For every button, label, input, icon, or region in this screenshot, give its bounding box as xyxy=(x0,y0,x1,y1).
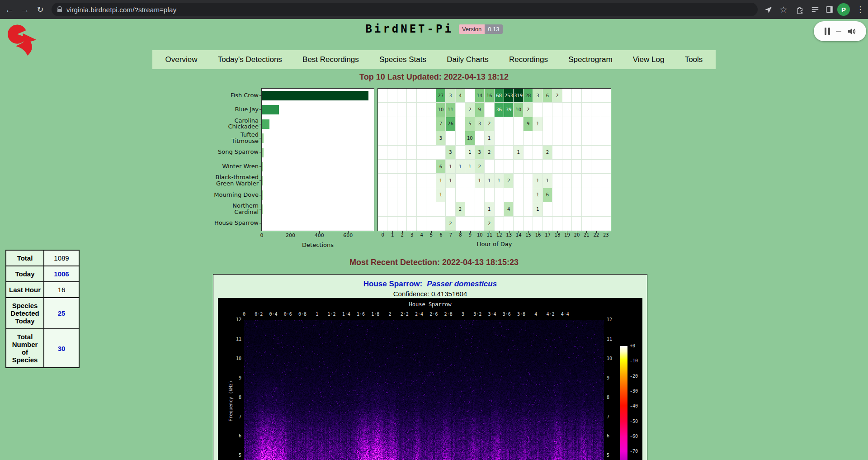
browser-toolbar: ← → ↻ virginia.birdnetpi.com/?stream=pla… xyxy=(0,0,868,19)
spec-time-tick: 2·4 xyxy=(415,312,423,317)
nav-item-view-log[interactable]: View Log xyxy=(629,55,668,64)
url-text: virginia.birdnetpi.com/?stream=play xyxy=(66,6,176,14)
heat-xtick: 11 xyxy=(486,232,492,237)
send-icon[interactable] xyxy=(760,0,776,19)
detection-heading: House Sparrow:Passer domesticus xyxy=(213,280,647,289)
nav-item-overview[interactable]: Overview xyxy=(162,55,201,64)
heat-cell xyxy=(475,188,485,202)
tick-mark xyxy=(259,152,261,152)
tick-mark xyxy=(528,231,529,233)
back-icon[interactable]: ← xyxy=(2,0,17,19)
tick-mark xyxy=(480,231,480,233)
nav-item-today-s-detections[interactable]: Today's Detections xyxy=(214,55,286,64)
volume-icon[interactable] xyxy=(847,28,856,35)
heat-cell xyxy=(524,188,533,202)
nav-item-tools[interactable]: Tools xyxy=(681,55,707,64)
heat-cell xyxy=(562,160,572,174)
heat-cell xyxy=(562,117,572,131)
nav-item-best-recordings[interactable]: Best Recordings xyxy=(299,55,363,64)
heat-cell: 1 xyxy=(446,160,455,174)
heat-cell xyxy=(378,131,387,145)
heat-xaxis-title: Hour of Day xyxy=(377,241,611,247)
bar-xtick: 400 xyxy=(315,232,324,238)
spec-time-tick: 3·4 xyxy=(488,312,496,317)
heat-cell xyxy=(387,89,397,103)
heat-cell xyxy=(456,146,465,160)
heat-cell xyxy=(397,160,407,174)
heat-cell xyxy=(552,174,562,188)
profile-avatar[interactable]: P xyxy=(837,3,850,16)
tick-mark xyxy=(259,180,261,181)
heat-cell xyxy=(446,188,455,202)
spec-time-tick: 3·6 xyxy=(503,312,511,317)
heat-cell: 7 xyxy=(436,117,446,131)
nav-item-daily-charts[interactable]: Daily Charts xyxy=(443,55,492,64)
heat-cell: 253 xyxy=(504,89,514,103)
stat-value-link-3[interactable]: 25 xyxy=(58,309,66,317)
nav-item-species-stats[interactable]: Species Stats xyxy=(376,55,430,64)
heat-cell xyxy=(533,146,542,160)
heat-cell xyxy=(562,146,572,160)
heat-cell xyxy=(591,103,601,117)
spec-freq-tick-left: 6 xyxy=(226,433,241,438)
nav-item-recordings[interactable]: Recordings xyxy=(505,55,552,64)
heat-cell xyxy=(601,217,611,231)
tick-mark xyxy=(392,231,393,233)
species-link[interactable]: House Sparrow: xyxy=(363,280,422,288)
heat-cell: 1 xyxy=(514,146,523,160)
tick-mark xyxy=(412,231,412,233)
stat-value-link-4[interactable]: 30 xyxy=(58,345,66,352)
heat-cell: 4 xyxy=(456,89,465,103)
heat-cell xyxy=(456,131,465,145)
heat-cell xyxy=(543,217,552,231)
heat-xtick: 7 xyxy=(449,232,452,237)
heat-cell: 14 xyxy=(475,89,485,103)
species-label: Black-throated Green Warbler xyxy=(213,173,259,187)
heat-cell xyxy=(397,174,407,188)
heat-cell: 1 xyxy=(485,174,494,188)
heat-cell xyxy=(572,160,581,174)
heat-cell xyxy=(397,146,407,160)
db-colorbar xyxy=(620,346,627,460)
heat-xtick: 2 xyxy=(401,232,403,237)
heat-cell: 6 xyxy=(436,160,446,174)
scientific-name-link[interactable]: Passer domesticus xyxy=(427,280,497,288)
species-label: Winter Wren xyxy=(213,159,259,173)
colorbar-tick: -40 xyxy=(630,403,638,408)
seek-bar[interactable] xyxy=(836,31,841,32)
reading-list-icon[interactable] xyxy=(807,0,823,19)
heat-cell: 26 xyxy=(446,117,455,131)
extensions-icon[interactable] xyxy=(792,0,807,19)
bookmark-star-icon[interactable]: ☆ xyxy=(776,0,791,19)
forward-icon[interactable]: → xyxy=(17,0,33,19)
heat-cell xyxy=(552,202,562,216)
pause-button[interactable] xyxy=(825,28,830,35)
heat-xtick: 13 xyxy=(506,232,512,237)
spec-time-tick: 4 xyxy=(534,312,537,317)
heat-cell xyxy=(572,131,581,145)
nav-item-spectrogram[interactable]: Spectrogram xyxy=(565,55,616,64)
heat-cell xyxy=(426,89,436,103)
heat-cell xyxy=(533,131,542,145)
side-panel-icon[interactable] xyxy=(822,0,837,19)
browser-menu-icon[interactable]: ⋮ xyxy=(853,0,868,19)
heat-cell xyxy=(582,202,591,216)
tick-mark xyxy=(259,124,261,124)
reload-icon[interactable]: ↻ xyxy=(33,0,48,19)
heat-cell xyxy=(436,146,446,160)
stat-value-link-1[interactable]: 1006 xyxy=(54,270,69,278)
heat-cell xyxy=(552,131,562,145)
heat-cell xyxy=(407,174,416,188)
audio-player[interactable] xyxy=(814,21,866,41)
detection-panel: House Sparrow:Passer domesticus Confiden… xyxy=(213,274,647,460)
heat-cell xyxy=(601,103,611,117)
address-bar[interactable]: virginia.birdnetpi.com/?stream=play xyxy=(52,3,758,16)
heat-cell: 5 xyxy=(465,117,475,131)
heat-cell: 3 xyxy=(446,89,455,103)
heat-cell: 4 xyxy=(504,202,514,216)
heat-cell xyxy=(504,146,514,160)
heat-cell xyxy=(572,89,581,103)
heat-cell xyxy=(601,188,611,202)
spec-time-tick: 0 xyxy=(243,312,245,317)
heat-cell xyxy=(407,103,416,117)
